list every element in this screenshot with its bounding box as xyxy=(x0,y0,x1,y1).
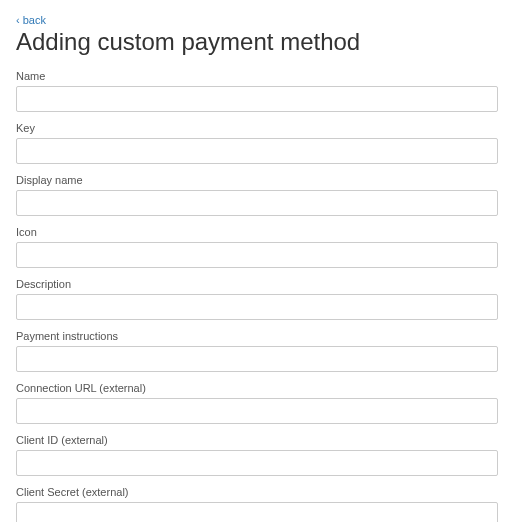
label-client-id: Client ID (external) xyxy=(16,434,498,446)
field-key: Key xyxy=(16,122,498,164)
input-client-secret[interactable] xyxy=(16,502,498,522)
label-description: Description xyxy=(16,278,498,290)
input-client-id[interactable] xyxy=(16,450,498,476)
field-icon: Icon xyxy=(16,226,498,268)
input-name[interactable] xyxy=(16,86,498,112)
label-connection-url: Connection URL (external) xyxy=(16,382,498,394)
field-connection-url: Connection URL (external) xyxy=(16,382,498,424)
label-payment-instructions: Payment instructions xyxy=(16,330,498,342)
label-client-secret: Client Secret (external) xyxy=(16,486,498,498)
field-payment-instructions: Payment instructions xyxy=(16,330,498,372)
field-display-name: Display name xyxy=(16,174,498,216)
field-client-secret: Client Secret (external) xyxy=(16,486,498,522)
payment-method-form: Name Key Display name Icon Description P… xyxy=(16,70,498,522)
page-title: Adding custom payment method xyxy=(16,28,498,56)
label-display-name: Display name xyxy=(16,174,498,186)
input-payment-instructions[interactable] xyxy=(16,346,498,372)
input-key[interactable] xyxy=(16,138,498,164)
label-icon: Icon xyxy=(16,226,498,238)
back-link[interactable]: ‹ back xyxy=(16,14,46,26)
field-name: Name xyxy=(16,70,498,112)
input-icon[interactable] xyxy=(16,242,498,268)
input-display-name[interactable] xyxy=(16,190,498,216)
label-name: Name xyxy=(16,70,498,82)
label-key: Key xyxy=(16,122,498,134)
input-description[interactable] xyxy=(16,294,498,320)
input-connection-url[interactable] xyxy=(16,398,498,424)
field-description: Description xyxy=(16,278,498,320)
field-client-id: Client ID (external) xyxy=(16,434,498,476)
